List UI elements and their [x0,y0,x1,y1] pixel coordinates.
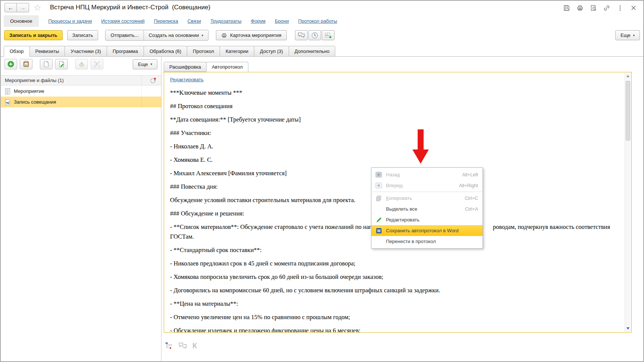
print-icon[interactable] [576,4,584,12]
scroll-down-icon[interactable] [626,327,629,330]
scroll-up-icon[interactable] [626,75,629,77]
list-item-0[interactable]: Мероприятие [1,86,161,97]
list-item-label: Мероприятие [14,88,44,94]
copy-icon [375,195,383,201]
pencil-icon [375,217,383,223]
structure-icon[interactable] [165,342,173,349]
menu-separator [372,192,482,192]
menu-item-shortcut: Alt+Left [457,172,478,177]
paste-file-icon[interactable] [20,59,32,69]
paragraph-fragment: - **Список материалов**: Обсуждение стар… [170,223,381,230]
files-toolbar: Еще [1,59,161,70]
menu-item-label: Сохранить автопротокол в Word [386,228,459,233]
close-icon[interactable] [630,4,637,12]
tab-6[interactable]: Категории [220,46,254,56]
files-more-button[interactable]: Еще [133,59,157,69]
paragraph-17: - Обсуждение издержек и предложено фикси… [170,326,616,333]
paragraph-12: - Николаев предложил срок в 45 дней с мо… [170,259,616,268]
add-icon[interactable] [4,59,17,69]
k-badge: К [192,341,197,350]
files-list: МероприятиеЗапись совещания [1,86,161,361]
send-create-group: Отправить... Создать на основании [105,30,208,41]
preview-icon[interactable] [590,4,597,12]
nav-link-4[interactable]: Трудозатраты [210,18,241,24]
edit-link[interactable]: Редактировать [170,77,204,82]
nav-link-7[interactable]: Протокол работы [298,18,337,24]
context-menu: НазадAlt+LeftВпередAlt+RightКопироватьCt… [371,167,483,249]
scrollbar-thumb[interactable] [626,81,630,141]
nav-link-1[interactable]: История состояний [101,18,145,24]
back-button[interactable]: ← [4,3,17,12]
nav-item-main[interactable]: Основное [4,15,39,27]
titlebar: ← → ☆ Встреча НПЦ Меркурий и Инвест-Стро… [1,1,643,15]
more-menu-icon[interactable] [616,4,624,12]
forward-icon [375,183,383,188]
menu-item-label: Назад [386,172,400,177]
tab-0[interactable]: Обзор [4,46,30,56]
paragraph-1: ## Протокол совещания [170,101,616,111]
menu-item-1: ВпередAlt+Right [371,180,483,191]
menu-item-4[interactable]: Выделить всеCtrl+A [371,204,483,214]
tab-1[interactable]: Реквизиты [29,46,65,56]
tab-7[interactable]: Доступ (3) [254,46,289,56]
new-document-icon[interactable] [40,59,53,69]
paragraph-4: - Николаев Д. А. [170,142,616,151]
save-button[interactable]: Записать [67,30,98,40]
nav-link-6[interactable]: Брони [275,18,289,24]
menu-item-label: Копировать [386,195,412,201]
files-group-title: Мероприятие и файлы (1) [5,78,64,83]
save-icon[interactable] [563,4,570,12]
nav-link-0[interactable]: Процессы и задачи [48,18,92,24]
planner-add-icon[interactable] [322,30,334,40]
discussion-icon[interactable] [295,30,308,40]
menu-item-5[interactable]: Редактировать [371,214,483,225]
section-nav: Основное Процессы и задачиИстория состоя… [1,15,643,27]
tab-3[interactable]: Программа [107,46,144,56]
subtab-0[interactable]: Расшифровка [164,62,207,72]
paragraph-16: - Отмечено увеличение цен на 15% по срав… [170,312,616,322]
commandbar-more-button[interactable]: Еще [615,30,640,40]
list-item-1[interactable]: Запись совещания [1,97,161,107]
record-footer: К [165,339,197,352]
edit-document-icon[interactable] [55,59,68,69]
doc-lines-icon [5,88,10,95]
save-and-close-button[interactable]: Записать и закрыть [4,30,63,40]
menu-item-label: Перенести в протокол [386,239,436,244]
menu-item-7[interactable]: Перенести в протокол [371,236,483,247]
comments-icon[interactable] [178,342,187,349]
tab-2[interactable]: Участники (3) [65,46,107,56]
nav-link-3[interactable]: Связи [188,18,201,24]
menu-item-3: КопироватьCtrl+C [371,193,483,204]
tab-8[interactable]: Дополнительно [289,46,336,56]
menu-item-label: Вперед [386,183,403,188]
form-tabs: ОбзорРеквизитыУчастники (3)ПрограммаОбра… [1,43,643,57]
paragraph-5: - Хомякова Е. С. [170,155,616,165]
favorite-star-icon[interactable]: ☆ [34,3,41,13]
menu-item-6[interactable]: WСохранить автопротокол в Word [371,225,483,236]
vertical-scrollbar[interactable] [625,73,631,332]
subtab-1[interactable]: Автопротокол [206,62,248,72]
paragraph-15: - **Цена на материалы**: [170,299,616,309]
list-item-label: Запись совещания [14,99,56,105]
send-button[interactable]: Отправить... [106,30,143,40]
word-icon: W [375,228,383,234]
column-divider [141,86,142,97]
titlebar-icons [563,4,637,12]
forward-button[interactable]: → [17,3,29,12]
link-icon[interactable] [603,4,610,12]
column-divider [141,97,142,107]
nav-link-2[interactable]: Переписка [154,18,178,24]
event-card-button[interactable]: Карточка мероприятия [216,30,287,40]
clock-icon[interactable] [308,30,321,40]
menu-item-label: Выделить все [386,206,417,212]
main-area: Еще Мероприятие и файлы (1) МероприятиеЗ… [1,57,643,361]
paragraph-13: - Хомякова попросила увеличить срок до 6… [170,272,616,282]
tab-4[interactable]: Обработка (6) [144,46,187,56]
column-divider [141,76,142,85]
appearance-icon[interactable] [150,77,157,84]
nav-link-5[interactable]: Форум [251,18,266,24]
paragraph-3: ### Участники: [170,128,616,138]
tab-5[interactable]: Протокол [187,46,220,56]
create-on-basis-button[interactable]: Создать на основании [144,30,208,40]
files-group-header: Мероприятие и файлы (1) [1,75,161,85]
